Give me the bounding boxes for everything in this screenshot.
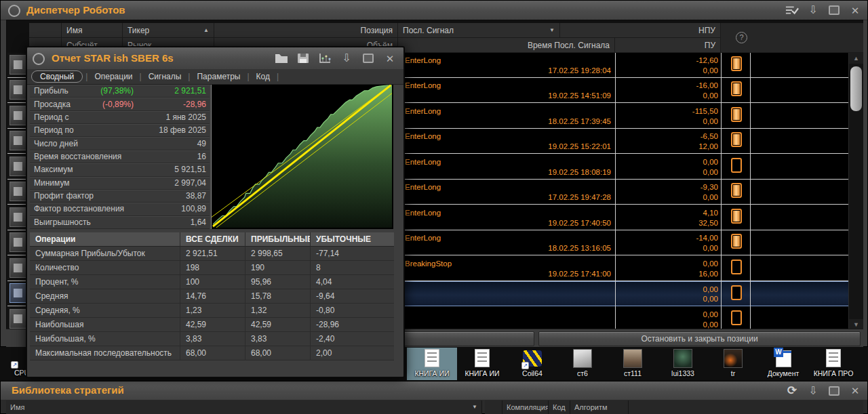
robot-row-button[interactable] (9, 258, 26, 278)
desktop-icon-книга-про[interactable]: КНИГА ПРО (808, 348, 859, 380)
close-icon[interactable]: ✕ (848, 384, 862, 398)
operations-cell: Суммарная Прибыль/Убыток (30, 247, 180, 261)
library-column-code[interactable]: Код (549, 400, 570, 414)
tab-Сводный[interactable]: Сводный (31, 70, 83, 83)
column-header-last-signal[interactable]: ▼ Посл. Сигнал (398, 23, 560, 38)
column-header-npu[interactable]: НПУ (560, 23, 721, 38)
close-icon[interactable]: ✕ (848, 3, 862, 17)
column-header-name-label: Имя (66, 26, 82, 35)
stat-row: Максимум5 921,51 (30, 163, 210, 176)
stat-value: 2 921,51 (174, 86, 206, 96)
download-icon[interactable]: ⇩ (806, 384, 820, 398)
grid-line (750, 53, 751, 330)
stat-value: 2 997,04 (174, 178, 206, 188)
tab-separator: | (277, 72, 279, 81)
tab-Операции[interactable]: Операции (90, 71, 136, 82)
robot-row-button[interactable] (9, 182, 26, 201)
desktop-icon-ст111[interactable]: ст111 (608, 348, 658, 380)
open-folder-icon[interactable] (275, 51, 288, 65)
equity-chart (211, 85, 393, 229)
desktop-icon-label: КНИГА ПРО (814, 369, 854, 377)
scroll-up-button[interactable]: ▲ (849, 53, 863, 64)
library-column-compilation[interactable]: Компиляция (502, 400, 549, 414)
robot-row-button[interactable] (9, 157, 26, 176)
desktop-icon-coil64[interactable]: ↗Coil64 (507, 348, 557, 380)
refresh-icon[interactable]: ⟳ (785, 384, 799, 398)
battery-icon (731, 132, 742, 147)
column-header-empty (29, 23, 62, 38)
operations-cell: 1,23 (180, 304, 245, 318)
stop-and-close-positions-button[interactable]: Остановить и закрыть позиции (538, 331, 861, 346)
stat-row: Период с1 янв 2025 (30, 111, 210, 124)
column-subheader-pu[interactable]: ПУ (615, 38, 721, 53)
stat-label: Максимум (34, 165, 73, 174)
optimization-icon[interactable] (318, 51, 332, 65)
stat-label: Выигрышность (34, 218, 91, 227)
npu-value: 0,00 (616, 260, 718, 268)
stat-label: Период по (34, 125, 74, 135)
column-header-ticker[interactable]: ▲ Тикер (123, 23, 214, 38)
column-header-position[interactable]: Позиция (214, 23, 398, 38)
battery-icon (731, 234, 742, 249)
library-column-compilation-label: Компиляция (507, 403, 549, 411)
stat-row: Выигрышность1,64 (30, 216, 210, 229)
desktop-icon-label: КНИГА ИИ (465, 369, 499, 377)
help-icon[interactable]: ? (736, 32, 747, 43)
pu-value: 0,00 (616, 193, 718, 201)
operations-header-row: ОперацииВСЕ СДЕЛКИПРИБЫЛЬНЫЕУБЫТОЧНЫЕ (30, 232, 394, 247)
library-column-algorithm[interactable]: Алгоритм (570, 400, 629, 414)
robot-row-button[interactable] (9, 283, 26, 303)
desktop-icon-книга-ии[interactable]: КНИГА ИИ (407, 348, 457, 380)
operations-cell: 15,78 (245, 289, 311, 304)
strategy-report-dialog: Отчет STAR ish SBER 6s (26, 46, 405, 378)
signal-name: EnterLong (405, 132, 441, 140)
robot-row-button[interactable] (9, 207, 26, 227)
signal-log-icon[interactable] (785, 3, 799, 17)
desktop-icon-lui1333[interactable]: lui1333 (658, 348, 708, 380)
screen: Диспетчер Роботов ⇩ ✕ Имя ▲ Тикер (0, 0, 868, 414)
download-icon[interactable]: ⇩ (806, 3, 820, 17)
tab-Параметры[interactable]: Параметры (193, 71, 244, 82)
desktop-icon-книга-ии[interactable]: КНИГА ИИ (457, 348, 507, 380)
word-letter: W (774, 348, 783, 357)
operations-cell: Средняя (30, 289, 180, 304)
tab-Код[interactable]: Код (252, 71, 274, 82)
library-titlebar: Библиотека стратегий ⟳ ⇩ ✕ (1, 381, 867, 400)
vertical-scrollbar[interactable]: ▲ ▼ (848, 53, 863, 330)
robot-row-button[interactable] (9, 80, 26, 100)
pu-value: 0,00 (616, 117, 718, 125)
column-header-name[interactable]: Имя (62, 23, 123, 38)
operations-row: Процент, %10095,964,04 (30, 275, 394, 289)
npu-value: -115,50 (616, 107, 718, 115)
sort-desc-icon: ▼ (549, 23, 555, 38)
save-icon[interactable] (296, 51, 310, 65)
npu-value: 0,00 (616, 285, 718, 293)
column-header-last-signal-label: Посл. Сигнал (403, 26, 454, 35)
library-column-name[interactable]: ▼ Имя (6, 400, 482, 414)
photo-thumbnail-icon (573, 349, 592, 368)
operations-cell: 2,00 (311, 346, 394, 360)
tab-Сигналы[interactable]: Сигналы (144, 71, 186, 82)
pu-value: 0,00 (616, 320, 718, 329)
desktop-icon-документ[interactable]: WДокумент (758, 348, 808, 380)
robot-row-button[interactable] (9, 232, 26, 252)
restore-icon[interactable] (827, 384, 841, 398)
restore-icon[interactable] (827, 3, 841, 17)
robot-row-button[interactable] (9, 55, 26, 75)
column-subheader-signal-time[interactable]: Время Посл. Сигнала (398, 38, 615, 53)
download-icon[interactable]: ⇩ (340, 51, 353, 65)
robot-row-button[interactable] (9, 309, 26, 329)
operations-cell: -28,96 (311, 318, 394, 332)
desktop-icon-ст6[interactable]: ст6 (557, 348, 608, 380)
scrollbar-thumb[interactable] (850, 66, 862, 111)
robot-row-button[interactable] (9, 131, 26, 150)
signal-name: EnterLong (405, 234, 441, 242)
close-icon[interactable]: ✕ (383, 51, 397, 65)
robot-row-button[interactable] (9, 106, 26, 125)
restore-icon[interactable] (361, 51, 375, 65)
stat-row: Минимум2 997,04 (30, 177, 210, 190)
desktop-icon-tr[interactable]: tr (708, 348, 758, 380)
stat-row: Профит фактор38,87 (30, 190, 210, 203)
signal-name: EnterLong (405, 56, 441, 64)
npu-value: 4,10 (616, 209, 718, 217)
